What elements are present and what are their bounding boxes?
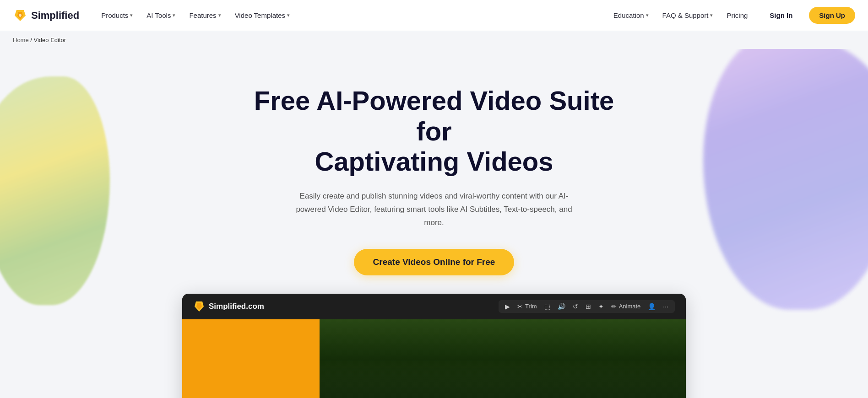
breadcrumb-separator: / — [30, 37, 33, 43]
trim-button[interactable]: ✂ Trim — [517, 303, 537, 310]
transform-icon: ✦ — [598, 303, 604, 310]
avatar-button[interactable]: 👤 — [648, 303, 656, 310]
animate-button[interactable]: ✏ Animate — [611, 303, 641, 310]
nav-pricing[interactable]: Pricing — [721, 9, 753, 22]
nav-education[interactable]: Education ▾ — [608, 9, 654, 22]
avatar-icon: 👤 — [648, 303, 656, 310]
sign-in-button[interactable]: Sign In — [761, 8, 801, 23]
blob-left-decoration — [0, 76, 110, 305]
crop-icon: ⬚ — [544, 303, 550, 310]
nav-left-links: Products ▾ AI Tools ▾ Features ▾ Video T… — [96, 9, 608, 22]
chevron-down-icon: ▾ — [173, 12, 175, 18]
navbar: Simplified Products ▾ AI Tools ▾ Feature… — [0, 0, 868, 31]
trim-label: Trim — [525, 303, 537, 310]
grid-icon: ⊞ — [586, 303, 591, 310]
more-button[interactable]: ··· — [663, 303, 668, 310]
trim-icon: ✂ — [517, 303, 523, 310]
breadcrumb-current: Video Editor — [34, 37, 66, 43]
volume-button[interactable]: 🔊 — [558, 303, 565, 310]
undo-button[interactable]: ↺ — [573, 303, 578, 310]
blob-right-decoration — [703, 49, 868, 310]
canvas-video-panel — [320, 319, 686, 398]
editor-logo-icon — [193, 301, 205, 312]
canvas-orange-panel — [182, 319, 320, 398]
sign-up-button[interactable]: Sign Up — [809, 7, 855, 24]
nav-faq-support[interactable]: FAQ & Support ▾ — [657, 9, 719, 22]
animate-icon: ✏ — [611, 303, 617, 310]
breadcrumb: Home / Video Editor — [0, 31, 868, 49]
tree-silhouette — [320, 365, 686, 398]
breadcrumb-home[interactable]: Home — [13, 37, 29, 43]
nav-right: Education ▾ FAQ & Support ▾ Pricing Sign… — [608, 7, 855, 24]
nav-ai-tools[interactable]: AI Tools ▾ — [141, 9, 181, 22]
logo-icon — [13, 8, 27, 23]
cta-button[interactable]: Create Videos Online for Free — [354, 249, 515, 275]
chevron-down-icon: ▾ — [287, 12, 290, 18]
chevron-down-icon: ▾ — [130, 12, 133, 18]
hero-subtitle: Easily create and publish stunning video… — [292, 190, 576, 230]
hero-title: Free AI-Powered Video Suite for Captivat… — [246, 86, 622, 177]
play-button[interactable]: ▶ — [505, 303, 510, 310]
logo-text: Simplified — [31, 10, 79, 22]
nav-right-links: Education ▾ FAQ & Support ▾ Pricing — [608, 9, 753, 22]
logo[interactable]: Simplified — [13, 8, 79, 23]
crop-button[interactable]: ⬚ — [544, 303, 550, 310]
nav-video-templates[interactable]: Video Templates ▾ — [229, 9, 295, 22]
chevron-down-icon: ▾ — [710, 12, 713, 18]
chevron-down-icon: ▾ — [218, 12, 221, 18]
transform-button[interactable]: ✦ — [598, 303, 604, 310]
editor-preview: Simplified.com ▶ ✂ Trim ⬚ 🔊 ↺ — [182, 294, 686, 398]
nav-products[interactable]: Products ▾ — [96, 9, 138, 22]
grid-button[interactable]: ⊞ — [586, 303, 591, 310]
undo-icon: ↺ — [573, 303, 578, 310]
chevron-down-icon: ▾ — [646, 12, 649, 18]
editor-logo: Simplified.com — [193, 301, 264, 312]
more-icon: ··· — [663, 303, 668, 310]
animate-label: Animate — [619, 303, 641, 310]
editor-logo-text: Simplified.com — [209, 302, 264, 311]
editor-canvas — [182, 319, 686, 398]
volume-icon: 🔊 — [558, 303, 565, 310]
editor-toolbar: ▶ ✂ Trim ⬚ 🔊 ↺ ⊞ ✦ — [499, 300, 675, 313]
hero-section: Free AI-Powered Video Suite for Captivat… — [0, 49, 868, 398]
play-icon: ▶ — [505, 303, 510, 310]
nav-features[interactable]: Features ▾ — [184, 9, 226, 22]
editor-topbar: Simplified.com ▶ ✂ Trim ⬚ 🔊 ↺ — [182, 294, 686, 319]
